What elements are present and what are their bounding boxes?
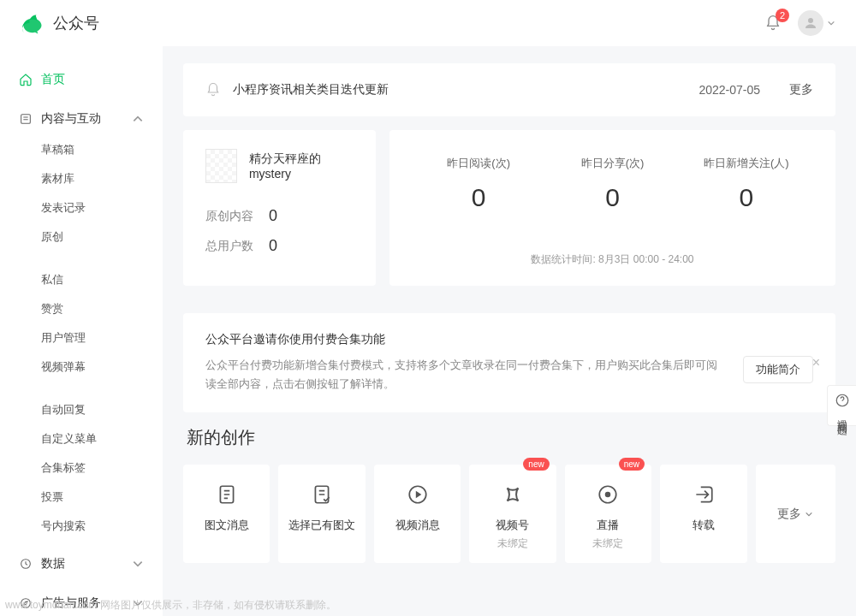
sidebar-group-data[interactable]: 数据 (0, 548, 163, 580)
profile-card: 精分天秤座的mystery 原创内容 0 总用户数 0 (183, 130, 376, 286)
sidebar: 首页 内容与互动 草稿箱 素材库 发表记录 原创 私信 赞赏 用户管理 视频弹幕… (0, 46, 163, 616)
account-name: 精分天秤座的mystery (249, 151, 354, 181)
sidebar-divider (41, 252, 163, 265)
invite-title: 公众平台邀请你使用付费合集功能 (205, 332, 813, 347)
sidebar-item-danmu[interactable]: 视频弹幕 (41, 352, 163, 382)
sidebar-item-menu[interactable]: 自定义菜单 (41, 424, 163, 453)
account-menu[interactable] (798, 10, 835, 36)
sidebar-item-dm[interactable]: 私信 (41, 265, 163, 294)
chevron-down-icon (805, 510, 813, 518)
invite-card: 公众平台邀请你使用付费合集功能 公众平台付费功能新增合集付费模式，支持将多个文章… (183, 313, 835, 412)
play-icon (407, 483, 429, 506)
svg-point-0 (808, 18, 813, 23)
account-avatar (205, 149, 237, 183)
stats-foot: 数据统计时间: 8月3日 00:00 - 24:00 (412, 252, 813, 267)
topbar: 公众号 2 (0, 0, 856, 46)
home-icon (19, 73, 33, 86)
sidebar-item-users[interactable]: 用户管理 (41, 323, 163, 352)
sidebar-group-content[interactable]: 内容与互动 (0, 103, 163, 135)
bell-icon (205, 82, 221, 98)
notice-text[interactable]: 小程序资讯相关类目迭代更新 (233, 82, 687, 98)
profile-original-row: 原创内容 0 (205, 207, 354, 225)
topbar-actions: 2 (764, 10, 835, 36)
new-badge: new (523, 458, 549, 471)
notif-badge: 2 (776, 9, 789, 22)
sidebar-home-label: 首页 (41, 72, 144, 87)
create-item-article[interactable]: 图文消息 (183, 465, 270, 563)
channel-icon (502, 483, 524, 506)
svg-rect-1 (21, 115, 31, 124)
create-title: 新的创作 (187, 426, 835, 449)
share-icon (693, 483, 715, 506)
content-icon (19, 112, 33, 126)
stats-card: 昨日阅读(次) 0 昨日分享(次) 0 昨日新增关注(人) 0 数据统计时间: … (389, 130, 835, 286)
notice-more[interactable]: 更多 (789, 82, 813, 98)
sidebar-item-drafts[interactable]: 草稿箱 (41, 135, 163, 164)
sidebar-item-collection[interactable]: 合集标签 (41, 453, 163, 483)
wechat-logo-icon (21, 11, 45, 35)
brand-title: 公众号 (53, 13, 99, 33)
record-icon (597, 483, 619, 506)
document-check-icon (311, 483, 333, 506)
help-icon (835, 393, 850, 408)
chevron-down-icon (827, 19, 835, 27)
profile-users-row: 总用户数 0 (205, 237, 354, 255)
svg-point-8 (605, 492, 611, 498)
invite-desc: 公众平台付费功能新增合集付费模式，支持将多个文章收录在同一付费合集下，用户购买此… (205, 356, 726, 394)
sidebar-item-assets[interactable]: 素材库 (41, 164, 163, 193)
document-icon (216, 483, 238, 506)
notice-card: 小程序资讯相关类目迭代更新 2022-07-05 更多 (183, 63, 835, 116)
sidebar-home[interactable]: 首页 (0, 63, 163, 96)
create-item-pick[interactable]: 选择已有图文 (278, 465, 365, 563)
chevron-down-icon (132, 558, 144, 570)
create-section: 新的创作 图文消息 选择已有图文 视频消息 new 视频号 (183, 426, 835, 563)
stat-shares: 昨日分享(次) 0 (545, 149, 679, 244)
brand: 公众号 (21, 11, 99, 35)
create-item-live[interactable]: new 直播 未绑定 (565, 465, 651, 563)
create-item-channel[interactable]: new 视频号 未绑定 (469, 465, 556, 563)
sidebar-item-autoreply[interactable]: 自动回复 (41, 395, 163, 424)
stat-reads: 昨日阅读(次) 0 (412, 149, 545, 244)
notifications-button[interactable]: 2 (764, 14, 782, 33)
sidebar-items-content: 草稿箱 素材库 发表记录 原创 私信 赞赏 用户管理 视频弹幕 自动回复 自定义… (0, 135, 163, 541)
stat-follows: 昨日新增关注(人) 0 (680, 149, 813, 244)
help-sidebar-button[interactable]: 遇到问题 (827, 385, 856, 426)
help-label: 遇到问题 (835, 412, 849, 418)
notice-date: 2022-07-05 (698, 83, 760, 97)
sidebar-item-publish[interactable]: 发表记录 (41, 193, 163, 222)
footer-watermark: www.toymoban.com 网络图片仅供展示，非存储，如有侵权请联系删除。 (5, 598, 336, 613)
avatar-icon (798, 10, 823, 36)
main: 小程序资讯相关类目迭代更新 2022-07-05 更多 精分天秤座的myster… (163, 46, 856, 616)
sidebar-item-search[interactable]: 号内搜索 (41, 512, 163, 541)
invite-button[interactable]: 功能简介 (743, 356, 813, 383)
close-icon[interactable]: × (812, 355, 820, 370)
create-item-repost[interactable]: 转载 (660, 465, 746, 563)
sidebar-item-vote[interactable]: 投票 (41, 483, 163, 512)
new-badge: new (619, 458, 645, 471)
sidebar-divider (41, 382, 163, 395)
chevron-up-icon (132, 113, 144, 125)
sidebar-item-reward[interactable]: 赞赏 (41, 294, 163, 323)
sidebar-item-original[interactable]: 原创 (41, 222, 163, 252)
clock-icon (19, 557, 33, 571)
create-item-video[interactable]: 视频消息 (374, 465, 461, 563)
create-more[interactable]: 更多 (756, 465, 835, 563)
